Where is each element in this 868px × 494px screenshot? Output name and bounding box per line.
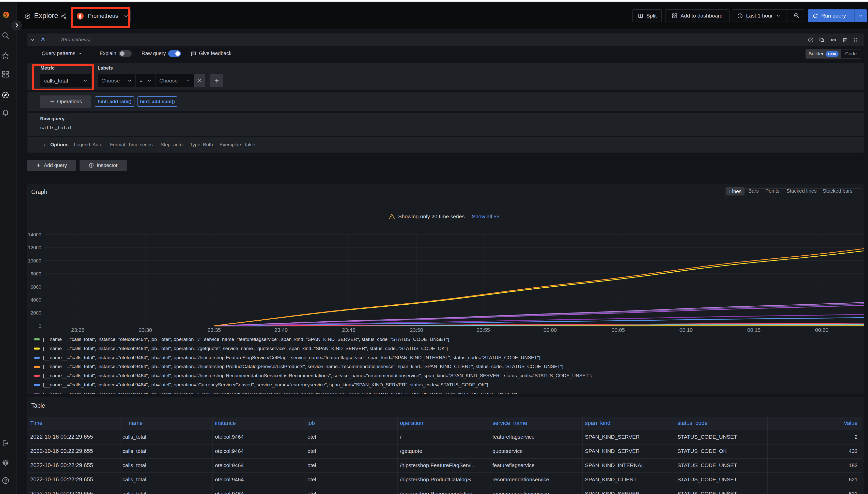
svg-text:23:35: 23:35 (207, 327, 221, 333)
svg-text:23:55: 23:55 (477, 327, 490, 333)
svg-text:12000: 12000 (28, 245, 41, 250)
svg-text:2000: 2000 (31, 310, 41, 316)
svg-text:23:50: 23:50 (410, 327, 423, 333)
svg-text:23:45: 23:45 (342, 327, 356, 333)
svg-text:00:10: 00:10 (680, 327, 693, 333)
svg-text:00:15: 00:15 (747, 327, 761, 333)
svg-text:23:30: 23:30 (139, 327, 152, 333)
svg-text:4000: 4000 (31, 297, 41, 303)
svg-text:23:25: 23:25 (71, 327, 85, 333)
svg-text:00:20: 00:20 (815, 327, 829, 333)
svg-text:0: 0 (39, 323, 41, 329)
svg-text:23:40: 23:40 (274, 327, 288, 333)
svg-text:00:00: 00:00 (543, 327, 557, 333)
svg-text:14000: 14000 (28, 232, 41, 238)
svg-text:00:05: 00:05 (612, 327, 625, 333)
svg-text:8000: 8000 (31, 271, 41, 277)
svg-text:10000: 10000 (28, 258, 41, 264)
svg-text:6000: 6000 (31, 284, 41, 290)
